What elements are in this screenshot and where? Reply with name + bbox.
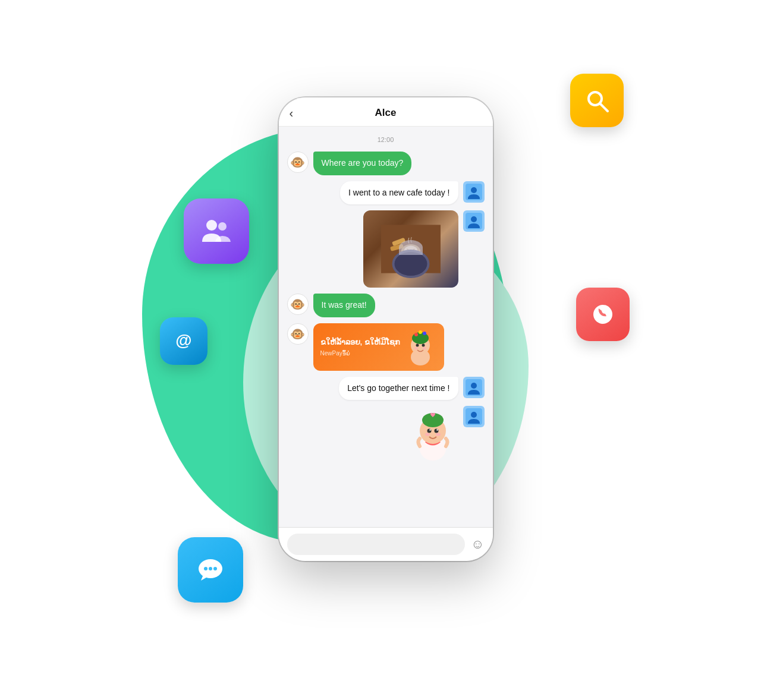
user-avatar-icon (466, 184, 482, 200)
sent-avatar (463, 210, 485, 232)
message-row: 🐵 It was great! (287, 294, 485, 317)
sticker (408, 406, 458, 462)
chat-timestamp: 12:00 (287, 136, 485, 143)
message-row: 🐵 Where are you today? (287, 152, 485, 175)
svg-point-40 (425, 433, 430, 436)
message-row: Let's go together next time ! (287, 377, 485, 401)
svg-point-27 (416, 344, 419, 347)
search-icon-svg (583, 86, 611, 115)
message-row (287, 210, 485, 288)
svg-point-2 (206, 220, 217, 231)
svg-point-11 (471, 187, 477, 193)
svg-point-43 (471, 412, 477, 418)
input-bar: ☺ (279, 527, 493, 561)
message-bubble: It was great! (313, 294, 375, 317)
avatar: 🐵 (287, 294, 309, 315)
svg-point-6 (204, 567, 207, 570)
svg-point-26 (419, 330, 422, 334)
svg-point-14 (400, 250, 422, 256)
svg-point-37 (434, 429, 438, 433)
email-icon-app[interactable]: @ (160, 317, 207, 365)
cafe-image (363, 210, 458, 288)
payment-character (404, 327, 437, 366)
svg-point-8 (213, 567, 217, 570)
svg-point-38 (429, 430, 430, 431)
message-input[interactable] (287, 534, 466, 555)
scene: @ ‹ Alce 12:00 🐵 Wh (124, 38, 659, 662)
phone-icon-svg (589, 300, 617, 329)
contact-name: Alce (375, 107, 397, 119)
svg-point-3 (218, 222, 227, 231)
payment-sub: NewPayອຶ້ຍໍ (320, 350, 404, 357)
svg-point-15 (401, 244, 420, 259)
svg-point-29 (414, 347, 418, 349)
svg-point-30 (423, 347, 426, 349)
emoji-button[interactable]: ☺ (471, 537, 484, 552)
sent-avatar (463, 181, 485, 203)
svg-point-36 (427, 429, 431, 433)
message-row: 🐵 ຂໃຫ້ລ້ຳລອຍ, ຂໃຫ້ມີໂຊກ NewPayອຶ້ຍໍ (287, 323, 485, 371)
message-bubble: Where are you today? (313, 152, 412, 175)
message-row (287, 406, 485, 462)
phone-icon-app[interactable] (576, 288, 630, 341)
svg-line-1 (600, 104, 608, 111)
user-avatar-icon (466, 408, 482, 425)
sent-avatar (463, 377, 485, 398)
search-icon-app[interactable] (570, 74, 624, 127)
svg-point-39 (436, 430, 438, 431)
user-avatar-icon (466, 379, 482, 396)
avatar: 🐵 (287, 152, 309, 173)
chat-area: 12:00 🐵 Where are you today? I went to a… (279, 127, 493, 527)
phone-device: ‹ Alce 12:00 🐵 Where are you today? I we… (279, 97, 493, 561)
svg-point-13 (394, 254, 427, 263)
svg-point-32 (471, 383, 477, 389)
message-bubble: I went to a new cafe today ! (340, 181, 458, 205)
svg-point-16 (404, 246, 417, 257)
user-avatar-icon (466, 213, 482, 229)
message-bubble: Let's go together next time ! (339, 377, 458, 401)
message-row: I went to a new cafe today ! (287, 181, 485, 205)
svg-point-24 (414, 333, 418, 336)
contacts-icon-svg (199, 213, 234, 249)
sent-avatar (463, 406, 485, 427)
svg-point-20 (471, 216, 477, 222)
svg-point-28 (422, 344, 424, 347)
payment-card: ຂໃຫ້ລ້ຳລອຍ, ຂໃຫ້ມີໂຊກ NewPayອຶ້ຍໍ (313, 323, 444, 371)
svg-point-7 (209, 567, 212, 570)
payment-char-svg (404, 327, 437, 366)
contacts-icon-app[interactable] (184, 198, 249, 264)
chat-icon-svg (193, 552, 228, 588)
email-icon-svg: @ (171, 328, 197, 354)
svg-point-41 (436, 433, 441, 436)
payment-text: ຂໃຫ້ລ້ຳລອຍ, ຂໃຫ້ມີໂຊກ (320, 337, 404, 348)
sticker-svg (408, 406, 458, 462)
avatar: 🐵 (287, 323, 309, 345)
chat-icon-app[interactable] (178, 537, 243, 603)
cafe-image-svg (381, 222, 441, 276)
svg-point-25 (423, 332, 426, 335)
svg-text:@: @ (175, 331, 191, 349)
back-button[interactable]: ‹ (290, 106, 294, 120)
chat-header: ‹ Alce (279, 97, 493, 127)
svg-rect-12 (381, 225, 441, 273)
